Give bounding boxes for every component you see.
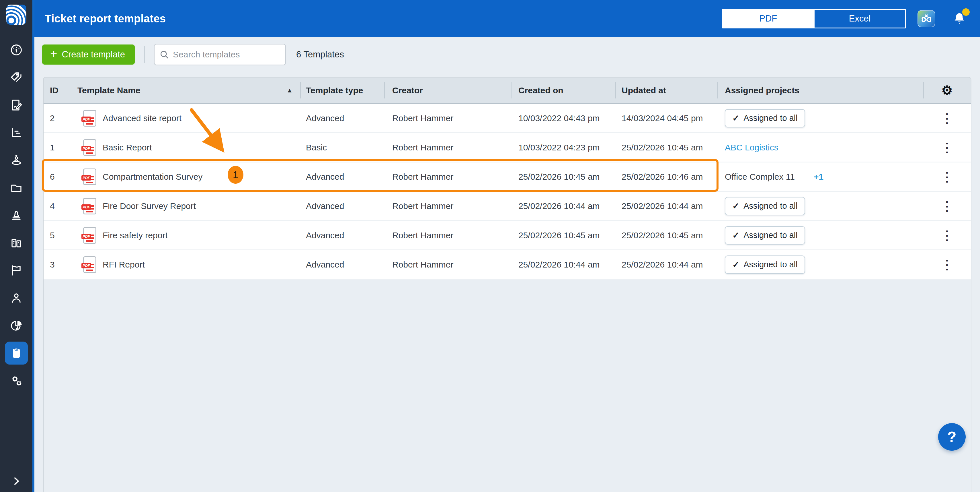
sidebar-item-dashboard[interactable] xyxy=(3,36,30,64)
table-row[interactable]: 5 PDF Fire safety report Advanced Robert… xyxy=(44,221,971,250)
assigned-to-all-badge[interactable]: ✓Assigned to all xyxy=(725,226,805,244)
cell-assigned-projects: ✓Assigned to all xyxy=(718,104,923,132)
help-button[interactable]: ? xyxy=(938,423,966,450)
tutorial-step-badge: 1 xyxy=(228,166,243,184)
sidebar-item-approvals[interactable] xyxy=(3,201,30,229)
column-header-updated-at[interactable]: Updated at xyxy=(615,78,718,103)
cell-created-on: 25/02/2026 10:44 am xyxy=(512,192,615,220)
sidebar-expand-button[interactable] xyxy=(0,475,32,487)
cell-actions: ⋮ xyxy=(923,163,971,191)
cell-created-on: 10/03/2022 04:23 pm xyxy=(512,133,615,161)
more-projects-link[interactable]: +1 xyxy=(814,172,824,182)
sidebar-item-flags[interactable] xyxy=(3,257,30,284)
cell-actions: ⋮ xyxy=(923,250,971,279)
assigned-to-all-badge[interactable]: ✓Assigned to all xyxy=(725,256,805,274)
sidebar-item-report-templates[interactable] xyxy=(3,339,30,367)
sidebar-item-documents[interactable] xyxy=(3,174,30,201)
table-row[interactable]: 2 PDF Advanced site report Advanced Robe… xyxy=(44,104,971,133)
table-row[interactable]: 1 PDF Basic Report Basic Robert Hammer 1… xyxy=(44,133,971,163)
excel-toggle-button[interactable]: Excel xyxy=(814,10,905,27)
cell-id: 3 xyxy=(44,250,72,279)
cell-created-on: 25/02/2026 10:45 am xyxy=(512,221,615,249)
cell-updated-at: 25/02/2026 10:44 am xyxy=(615,250,718,279)
cell-id: 4 xyxy=(44,192,72,220)
check-icon: ✓ xyxy=(732,113,740,123)
row-menu-kebab-icon[interactable]: ⋮ xyxy=(940,112,954,125)
notifications-bell[interactable] xyxy=(952,11,967,27)
column-header-created-on[interactable]: Created on xyxy=(512,78,615,103)
table-row[interactable]: 6 PDF Compartmentation Survey Advanced R… xyxy=(44,163,971,192)
cell-template-name: PDF Fire Door Survey Report xyxy=(72,192,300,220)
cell-template-type: Advanced xyxy=(300,192,384,220)
cell-id: 2 xyxy=(44,104,72,132)
column-header-id[interactable]: ID xyxy=(44,78,72,103)
cell-assigned-projects: ABC Logistics xyxy=(718,133,923,161)
sidebar-item-analytics[interactable] xyxy=(3,312,30,339)
pdf-toggle-button[interactable]: PDF xyxy=(723,10,814,27)
cell-updated-at: 25/02/2026 10:44 am xyxy=(615,192,718,220)
cell-template-type: Advanced xyxy=(300,221,384,249)
assigned-project-link[interactable]: ABC Logistics xyxy=(725,143,778,152)
person-location-icon xyxy=(10,153,23,167)
cell-updated-at: 25/02/2026 10:45 am xyxy=(615,221,718,249)
app-root: Ticket report templates PDF Excel + Crea… xyxy=(0,0,980,492)
cell-id: 5 xyxy=(44,221,72,249)
sidebar-item-companies[interactable] xyxy=(3,229,30,257)
stamp-icon xyxy=(10,208,23,222)
cell-assigned-projects: ✓Assigned to all xyxy=(718,250,923,279)
create-template-label: Create template xyxy=(62,50,125,60)
table-row[interactable]: 3 PDF RFI Report Advanced Robert Hammer … xyxy=(44,250,971,280)
column-header-template-type[interactable]: Template type xyxy=(300,78,384,103)
templates-table: ID Template Name ▲ Template type Creator… xyxy=(43,77,971,492)
column-header-assigned-projects[interactable]: Assigned projects xyxy=(718,78,923,103)
cell-assigned-projects: ✓Assigned to all xyxy=(718,192,923,220)
cell-template-name: PDF Fire safety report xyxy=(72,221,300,249)
pdf-file-icon: PDF xyxy=(83,198,96,214)
row-menu-kebab-icon[interactable]: ⋮ xyxy=(940,229,954,242)
table-settings-gear-icon[interactable]: ⚙ xyxy=(941,84,953,97)
column-header-creator[interactable]: Creator xyxy=(384,78,512,103)
sidebar-item-site-contacts[interactable] xyxy=(3,146,30,174)
sidebar-item-tags[interactable] xyxy=(3,64,30,91)
person-icon xyxy=(10,291,23,305)
column-header-template-name[interactable]: Template Name ▲ xyxy=(72,78,300,103)
pdf-file-icon: PDF xyxy=(83,256,96,273)
row-menu-kebab-icon[interactable]: ⋮ xyxy=(940,141,954,154)
sidebar-item-statistics[interactable] xyxy=(3,119,30,146)
app-logo[interactable] xyxy=(6,5,26,25)
cell-creator: Robert Hammer xyxy=(384,104,512,132)
row-menu-kebab-icon[interactable]: ⋮ xyxy=(940,170,954,184)
sidebar-item-settings[interactable] xyxy=(3,367,30,395)
template-name-text: Compartmentation Survey xyxy=(103,172,203,182)
search-input[interactable] xyxy=(173,50,281,59)
sidebar-item-users[interactable] xyxy=(3,284,30,312)
table-row[interactable]: 4 PDF Fire Door Survey Report Advanced R… xyxy=(44,192,971,221)
template-name-text: Basic Report xyxy=(103,143,152,152)
row-menu-kebab-icon[interactable]: ⋮ xyxy=(940,258,954,271)
check-icon: ✓ xyxy=(732,230,740,240)
cell-template-type: Advanced xyxy=(300,163,384,191)
cell-template-type: Basic xyxy=(300,133,384,161)
cell-id: 1 xyxy=(44,133,72,161)
assigned-to-all-badge[interactable]: ✓Assigned to all xyxy=(725,197,805,215)
cell-actions: ⋮ xyxy=(923,133,971,161)
cell-creator: Robert Hammer xyxy=(384,163,512,191)
clipboard-icon xyxy=(10,346,23,360)
cell-template-name: PDF Compartmentation Survey xyxy=(72,163,300,191)
document-signature-icon xyxy=(10,98,23,112)
butterfly-icon xyxy=(920,12,933,25)
assigned-to-all-badge[interactable]: ✓Assigned to all xyxy=(725,109,805,128)
buildings-icon xyxy=(10,236,23,250)
cell-creator: Robert Hammer xyxy=(384,250,512,279)
cell-creator: Robert Hammer xyxy=(384,133,512,161)
assigned-project-name: Office Complex 11 xyxy=(725,172,795,182)
row-menu-kebab-icon[interactable]: ⋮ xyxy=(940,200,954,213)
sidebar-item-forms[interactable] xyxy=(3,91,30,119)
notification-badge xyxy=(962,8,970,16)
sidebar xyxy=(0,0,34,492)
search-box xyxy=(154,44,286,65)
sidebar-nav xyxy=(3,36,30,395)
marketplace-app-button[interactable] xyxy=(918,10,935,27)
create-template-button[interactable]: + Create template xyxy=(42,45,135,65)
cell-template-type: Advanced xyxy=(300,250,384,279)
